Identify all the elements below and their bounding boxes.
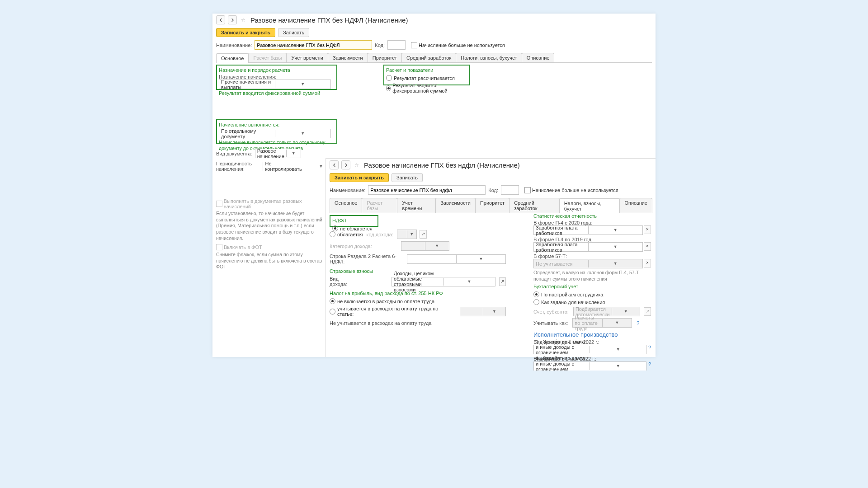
fwd-button-2[interactable]	[341, 160, 350, 169]
radio-ndfl-no[interactable]: не облагается	[332, 225, 376, 232]
unused-checkbox[interactable]	[411, 42, 417, 48]
tab2-avg[interactable]: Средний заработок	[509, 198, 560, 213]
save-close-button[interactable]: Записать и закрыть	[216, 28, 275, 37]
back-button[interactable]	[216, 15, 225, 24]
tab-tax[interactable]: Налоги, взносы, бухучет	[456, 53, 522, 62]
tab-priority[interactable]: Приоритет	[368, 53, 402, 62]
calc-heading: Расчет и показатели	[386, 67, 467, 73]
doc-label: Вид документа:	[216, 151, 252, 156]
ins-type-select[interactable]: Доходы, целиком облагаемые страховыми вз…	[392, 277, 495, 286]
purpose-select[interactable]: Прочие начисления и выплаты▼	[219, 80, 331, 89]
exec-after-select[interactable]: 1 - Заработная плата и иные доходы с огр…	[533, 361, 646, 371]
code-label: Код:	[375, 42, 385, 48]
p4-2019-select[interactable]: Заработная плата работников▼	[533, 242, 643, 252]
cb-onetime	[216, 201, 222, 207]
exec-heading: Начисление выполняется:	[219, 122, 335, 127]
fwd-button[interactable]	[228, 15, 237, 24]
help-icon[interactable]: ?	[637, 320, 639, 326]
acct-select: Расчеты по оплате труда▼	[572, 318, 632, 328]
note-fot: Снимите флажок, если сумма по этому начи…	[216, 252, 328, 270]
tabs-w2: Основное Расчет базы Учет времени Зависи…	[330, 198, 652, 213]
cat-select: ▼	[401, 241, 449, 251]
save-button[interactable]: Записать	[278, 28, 309, 37]
t57-select: Не учитывается▼	[533, 259, 643, 268]
cb-fot	[216, 244, 222, 250]
tabs-w1: Основное Расчет базы Учет времени Зависи…	[216, 53, 652, 63]
tab2-deps[interactable]: Зависимости	[435, 198, 476, 213]
radio-calc[interactable]: Результат рассчитывается	[386, 74, 467, 82]
cb-onetime-label: Выполнять в документах разовых начислени…	[224, 198, 328, 209]
radio-buch-emp[interactable]: По настройкам сотрудника	[533, 291, 651, 298]
code-input-2[interactable]	[501, 185, 519, 195]
tax-heading: Налог на прибыль, вид расхода по ст. 255…	[330, 291, 506, 296]
save-button-2[interactable]: Записать	[392, 173, 423, 182]
stat-heading: Статистическая отчетность	[533, 213, 651, 219]
purpose-heading: Назначение и порядок расчета	[219, 67, 335, 73]
ndfl-code: ▼	[397, 230, 417, 239]
back-button-2[interactable]	[330, 160, 339, 169]
acc-link[interactable]: ↗	[644, 307, 651, 316]
help-icon-2[interactable]: ?	[648, 345, 651, 354]
radio-tax-yes[interactable]: учитывается в расходах на оплату труда п…	[330, 305, 506, 318]
tab-avg[interactable]: Средний заработок	[401, 53, 456, 62]
ndfl-code-link[interactable]: ↗	[420, 230, 427, 239]
tab-desc[interactable]: Описание	[522, 53, 555, 62]
cat-label: Категория дохода:	[330, 244, 372, 249]
t57-label: В форме 57-Т:	[533, 253, 651, 259]
unused-label-2: Начисление больше не используется	[532, 188, 618, 193]
tax-note: Не учитывается в расходах на оплату труд…	[330, 320, 506, 326]
acct-label: Учитывать как:	[533, 320, 568, 326]
help-icon-3[interactable]: ?	[648, 361, 651, 371]
per-label: Периодичность начисления:	[216, 161, 260, 172]
acc-label: Счет, субконто:	[533, 309, 569, 314]
save-close-button-2[interactable]: Записать и закрыть	[330, 173, 389, 182]
tax-article: ▼	[460, 307, 506, 316]
radio-buch-set[interactable]: Как задано для начисления	[533, 298, 651, 306]
p4-2019-clear[interactable]: ×	[644, 242, 651, 251]
ins-type-label: Вид дохода:	[330, 276, 356, 287]
name-input[interactable]	[255, 40, 372, 50]
p4-2020-select[interactable]: Заработная плата работников▼	[533, 225, 643, 235]
sec-label: Строка Раздела 2 Расчета 6-НДФЛ:	[330, 253, 402, 264]
note-onetime: Если установлено, то начисление будет вы…	[216, 211, 328, 241]
ndfl-heading: НДФЛ	[332, 218, 376, 223]
name-input-2[interactable]	[368, 185, 486, 195]
window-title: Разовое начисление ГПХ без НДФЛ (Начисле…	[250, 16, 408, 24]
tab2-priority[interactable]: Приоритет	[475, 198, 509, 213]
tab2-tax[interactable]: Налоги, взносы, бухучет	[559, 198, 620, 213]
exec-before-select[interactable]: 1 - Заработная плата и иные доходы с огр…	[533, 345, 646, 354]
t57-clear[interactable]: ×	[644, 259, 651, 267]
unused-checkbox-2[interactable]	[524, 187, 531, 193]
exec-heading: Исполнительное производство	[533, 331, 651, 338]
radio-tax-no[interactable]: не включается в расходы по оплате труда	[330, 297, 506, 305]
code-input[interactable]	[387, 40, 406, 50]
unused-label: Начисление больше не используется	[419, 42, 505, 48]
name-label-2: Наименование:	[330, 188, 365, 193]
cb-fot-label: Включать в ФОТ	[224, 244, 262, 250]
p4-2020-clear[interactable]: ×	[644, 225, 651, 234]
name-label: Наименование:	[216, 42, 252, 48]
sec-select[interactable]: ▼	[407, 254, 506, 264]
tab2-basis[interactable]: Расчет базы	[362, 198, 397, 213]
buch-heading: Бухгалтерский учет	[533, 284, 651, 289]
purpose-note: Результат вводится фиксированной суммой	[219, 90, 335, 96]
tab-deps[interactable]: Зависимости	[328, 53, 368, 62]
radio-fixed[interactable]: Результат вводится фиксированной суммой	[386, 82, 467, 94]
tab2-time[interactable]: Учет времени	[397, 198, 436, 213]
ins-link[interactable]: ↗	[499, 277, 506, 286]
tab-time[interactable]: Учет времени	[286, 53, 328, 62]
star-icon-2: ☆	[353, 161, 360, 169]
tab-basis[interactable]: Расчет базы	[248, 53, 287, 62]
tab2-desc[interactable]: Описание	[619, 198, 652, 213]
doc-select[interactable]: Разовое начисление▼	[255, 149, 301, 158]
window-title-2: Разовое начисление ГПХ без ндфл (Начисле…	[364, 161, 520, 169]
code-label-2: Код:	[488, 188, 498, 193]
tab2-main[interactable]: Основное	[330, 198, 362, 213]
stat-note: Определяет, в какую из колонок форм П-4,…	[533, 270, 651, 282]
exec-select[interactable]: По отдельному документу▼	[219, 129, 331, 138]
star-icon: ☆	[240, 16, 247, 23]
tab-main[interactable]: Основное	[216, 53, 249, 63]
